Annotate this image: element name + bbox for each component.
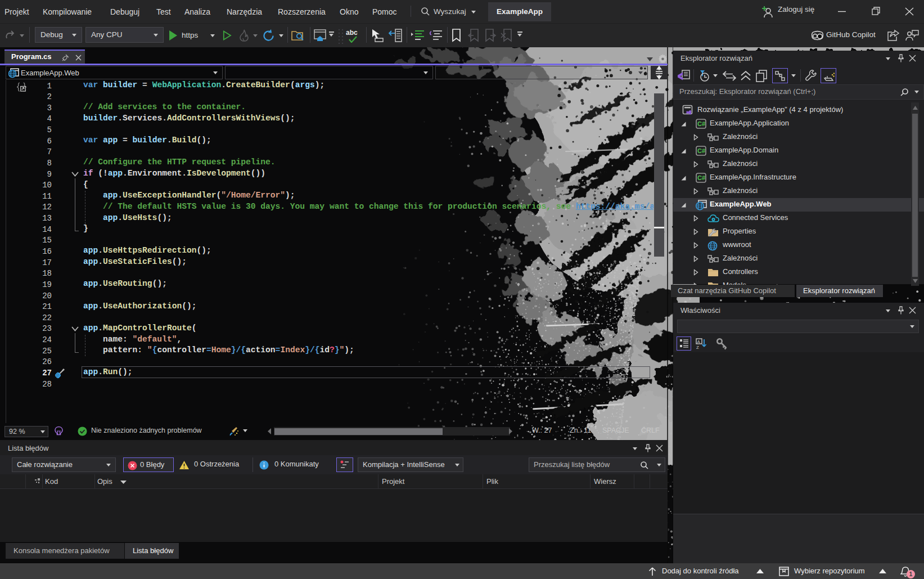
svg-text:C#: C# — [697, 120, 705, 127]
svg-text:C#: C# — [697, 174, 705, 181]
svg-text:A: A — [697, 339, 701, 344]
svg-text:Z: Z — [696, 345, 699, 349]
svg-text:C#: C# — [697, 147, 705, 154]
